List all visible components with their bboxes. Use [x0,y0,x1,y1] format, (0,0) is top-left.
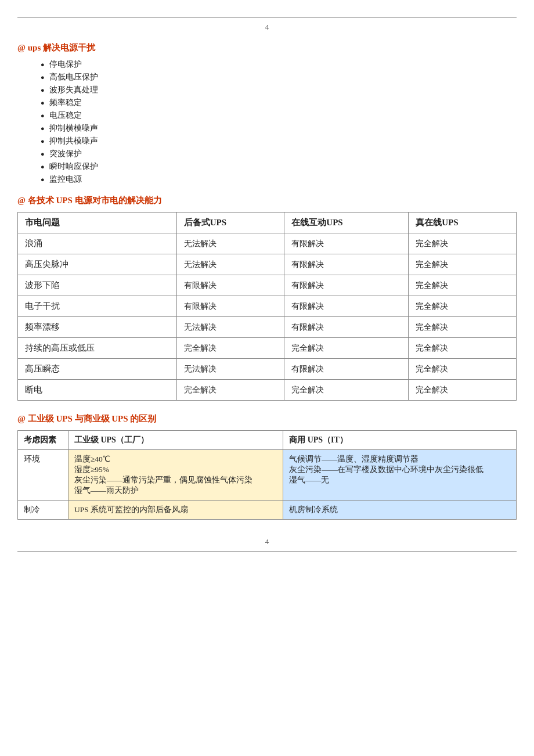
diff-table-header-cell: 考虑因素 [18,431,68,450]
diff-table: 考虑因素 工业级 UPS（工厂） 商用 UPS（IT） 环境 温度≥40℃ 湿度… [17,430,517,520]
table-cell: 有限解决 [284,275,409,296]
table-cell: 高压尖脉冲 [18,254,177,275]
ups-comparison-table-container: 市电问题 后备式UPS 在线互动UPS 真在线UPS 浪涌 无法解决 有限解决 … [17,212,517,401]
list-item: 抑制共模噪声 [41,136,517,146]
table-cell: 无法解决 [176,317,284,338]
table-cell: 有限解决 [176,296,284,317]
section3-heading: @ 工业级 UPS 与商业级 UPS 的区别 [17,413,517,424]
table-row: 持续的高压或低压 完全解决 完全解决 完全解决 [18,338,517,359]
table-cell: 断电 [18,380,177,401]
table-header-cell: 市电问题 [18,213,177,233]
table-cell: 完全解决 [409,380,517,401]
table-cell: 波形下陷 [18,275,177,296]
list-item: 突波保护 [41,149,517,159]
list-item: 高低电压保护 [41,72,517,82]
table-cell: 频率漂移 [18,317,177,338]
diff-table-factor-cell: 环境 [18,450,68,501]
table-cell: 完全解决 [284,338,409,359]
diff-table-commercial-cell: 气候调节——温度、湿度精度调节器 灰尘污染——在写字楼及数据中心环境中灰尘污染很… [283,450,517,501]
table-header-cell: 后备式UPS [176,213,284,233]
list-item: 抑制横模噪声 [41,123,517,134]
table-cell: 完全解决 [176,338,284,359]
diff-table-header-cell: 商用 UPS（IT） [283,431,517,450]
table-cell: 完全解决 [409,275,517,296]
section2-heading: @ 各技术 UPS 电源对市电的解决能力 [17,195,517,206]
table-cell: 完全解决 [409,296,517,317]
table-cell: 无法解决 [176,254,284,275]
list-item: 瞬时响应保护 [41,161,517,172]
diff-table-industrial-cell: 温度≥40℃ 湿度≥95% 灰尘污染——通常污染严重，偶见腐蚀性气体污染 湿气—… [68,450,283,501]
diff-table-container: 考虑因素 工业级 UPS（工厂） 商用 UPS（IT） 环境 温度≥40℃ 湿度… [17,430,517,520]
table-cell: 有限解决 [284,296,409,317]
table-cell: 有限解决 [284,317,409,338]
bullet-list: 停电保护 高低电压保护 波形失真处理 频率稳定 电压稳定 抑制横模噪声 抑制共模… [41,59,517,185]
table-cell: 有限解决 [284,359,409,380]
page-number-bottom: 4 [17,537,517,552]
table-cell: 无法解决 [176,359,284,380]
table-row: 高压瞬态 无法解决 有限解决 完全解决 [18,359,517,380]
table-cell: 完全解决 [409,233,517,254]
table-cell: 持续的高压或低压 [18,338,177,359]
table-cell: 完全解决 [409,254,517,275]
table-cell: 无法解决 [176,233,284,254]
table-cell: 完全解决 [409,359,517,380]
table-row: 高压尖脉冲 无法解决 有限解决 完全解决 [18,254,517,275]
page-number-top: 4 [17,17,517,32]
section1-heading: @ ups 解决电源干扰 [17,42,517,53]
diff-table-industrial-cell: UPS 系统可监控的内部后备风扇 [68,501,283,520]
table-row: 断电 完全解决 完全解决 完全解决 [18,380,517,401]
list-item: 监控电源 [41,174,517,185]
diff-table-factor-cell: 制冷 [18,501,68,520]
table-row: 频率漂移 无法解决 有限解决 完全解决 [18,317,517,338]
list-item: 频率稳定 [41,98,517,108]
diff-table-header-cell: 工业级 UPS（工厂） [68,431,283,450]
table-cell: 有限解决 [176,275,284,296]
diff-table-header-row: 考虑因素 工业级 UPS（工厂） 商用 UPS（IT） [18,431,517,450]
table-cell: 完全解决 [409,338,517,359]
diff-table-commercial-cell: 机房制冷系统 [283,501,517,520]
table-row: 波形下陷 有限解决 有限解决 完全解决 [18,275,517,296]
table-header-cell: 真在线UPS [409,213,517,233]
table-cell: 有限解决 [284,254,409,275]
list-item: 停电保护 [41,59,517,70]
table-cell: 电子干扰 [18,296,177,317]
table-cell: 完全解决 [409,317,517,338]
table-cell: 有限解决 [284,233,409,254]
ups-comparison-table: 市电问题 后备式UPS 在线互动UPS 真在线UPS 浪涌 无法解决 有限解决 … [17,212,517,401]
diff-table-row-cooling: 制冷 UPS 系统可监控的内部后备风扇 机房制冷系统 [18,501,517,520]
table-cell: 完全解决 [176,380,284,401]
table-header-row: 市电问题 后备式UPS 在线互动UPS 真在线UPS [18,213,517,233]
table-cell: 浪涌 [18,233,177,254]
table-header-cell: 在线互动UPS [284,213,409,233]
list-item: 电压稳定 [41,110,517,121]
table-cell: 完全解决 [284,380,409,401]
table-row: 浪涌 无法解决 有限解决 完全解决 [18,233,517,254]
list-item: 波形失真处理 [41,85,517,95]
table-cell: 高压瞬态 [18,359,177,380]
diff-table-row-environment: 环境 温度≥40℃ 湿度≥95% 灰尘污染——通常污染严重，偶见腐蚀性气体污染 … [18,450,517,501]
table-row: 电子干扰 有限解决 有限解决 完全解决 [18,296,517,317]
